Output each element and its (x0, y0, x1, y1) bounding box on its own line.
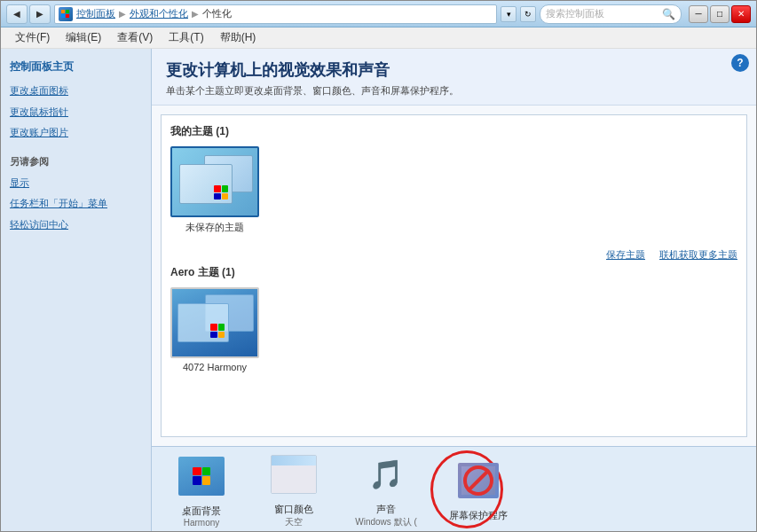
sound-sublabel: Windows 默认 ( (355, 516, 416, 528)
content-title: 更改计算机上的视觉效果和声音 (166, 59, 742, 81)
forward-button[interactable]: ▶ (29, 4, 51, 24)
content-header: 更改计算机上的视觉效果和声音 单击某个主题立即更改桌面背景、窗口颜色、声音和屏幕… (152, 49, 756, 106)
desktop-bg-sublabel: Harmony (184, 518, 220, 528)
back-button[interactable]: ◀ (6, 4, 28, 24)
harmony-window-front (177, 303, 229, 342)
unsaved-theme-bg (172, 148, 257, 215)
search-bar[interactable]: 搜索控制面板 🔍 (540, 4, 682, 24)
refresh-button[interactable]: ↻ (520, 6, 536, 22)
my-themes-label: 我的主题 (1) (170, 124, 737, 139)
menu-help[interactable]: 帮助(H) (213, 28, 264, 47)
window-color-label: 窗口颜色 (274, 503, 313, 516)
address-dropdown[interactable]: ▾ (501, 6, 516, 22)
theme-label-unsaved: 未保存的主题 (185, 221, 244, 234)
aero-themes-label: Aero 主题 (1) (170, 265, 737, 280)
bottom-item-window-color[interactable]: 窗口颜色 天空 (258, 450, 329, 528)
theme-label-harmony: 4072 Harmony (183, 362, 247, 372)
sidebar-link-display[interactable]: 显示 (10, 176, 142, 192)
menu-edit[interactable]: 编辑(E) (59, 28, 108, 47)
separator-2: ▶ (192, 9, 199, 19)
address-bar[interactable]: 控制面板 ▶ 外观和个性化 ▶ 个性化 (54, 4, 497, 24)
address-part-1[interactable]: 控制面板 (76, 7, 115, 20)
svg-rect-3 (66, 14, 69, 18)
content-desc: 单击某个主题立即更改桌面背景、窗口颜色、声音和屏幕保护程序。 (166, 84, 742, 98)
nav-buttons: ◀ ▶ (6, 4, 51, 24)
sidebar: 控制面板主页 更改桌面图标 更改鼠标指针 更改账户图片 另请参阅 显示 任务栏和… (1, 49, 152, 531)
sound-icon-img: 🎵 (368, 458, 404, 491)
screensaver-icon-img (458, 463, 499, 498)
address-icon (59, 7, 73, 21)
sidebar-link-desktop-icon[interactable]: 更改桌面图标 (10, 83, 142, 99)
theme-preview-harmony (170, 287, 259, 358)
bottom-item-screensaver[interactable]: 屏幕保护程序 (443, 456, 514, 522)
screensaver-label: 屏幕保护程序 (449, 509, 508, 522)
windows-logo-unsaved (214, 185, 228, 200)
harmony-theme-bg (172, 289, 257, 356)
save-theme-row: 保存主题 联机获取更多主题 (170, 245, 737, 265)
window-color-icon (269, 450, 319, 499)
address-part-3: 个性化 (202, 7, 232, 20)
menubar: 文件(F) 编辑(E) 查看(V) 工具(T) 帮助(H) (1, 27, 756, 49)
main-content: 控制面板主页 更改桌面图标 更改鼠标指针 更改账户图片 另请参阅 显示 任务栏和… (1, 49, 756, 531)
desktop-icon-img (178, 457, 225, 496)
theme-item-harmony[interactable]: 4072 Harmony (170, 287, 259, 372)
bottom-item-desktop-bg[interactable]: 桌面背景 Harmony (166, 451, 237, 528)
theme-item-unsaved[interactable]: 未保存的主题 (170, 146, 259, 234)
main-window: ◀ ▶ 控制面板 ▶ 外观和个性化 ▶ 个性化 ▾ ↻ 搜索控制面板 🔍 ─ □… (0, 0, 757, 532)
bottom-bar: 桌面背景 Harmony 窗口颜色 天空 (152, 446, 756, 531)
svg-rect-0 (61, 10, 65, 13)
desktop-bg-icon (177, 451, 226, 501)
my-themes-row: 未保存的主题 (170, 146, 737, 234)
svg-rect-2 (61, 14, 65, 18)
sound-label: 声音 (376, 503, 396, 516)
titlebar: ◀ ▶ 控制面板 ▶ 外观和个性化 ▶ 个性化 ▾ ↻ 搜索控制面板 🔍 ─ □… (1, 1, 756, 27)
menu-view[interactable]: 查看(V) (110, 28, 160, 47)
menu-file[interactable]: 文件(F) (8, 28, 57, 47)
content-area: ? 更改计算机上的视觉效果和声音 单击某个主题立即更改桌面背景、窗口颜色、声音和… (152, 49, 756, 531)
separator-1: ▶ (119, 9, 126, 19)
desktop-windows-logo (193, 467, 210, 485)
search-icon[interactable]: 🔍 (662, 8, 675, 20)
bottom-item-sound[interactable]: 🎵 声音 Windows 默认 ( (351, 450, 422, 528)
window-color-sublabel: 天空 (285, 516, 303, 528)
close-button[interactable]: ✕ (731, 5, 751, 23)
themes-area[interactable]: 我的主题 (1) (161, 114, 747, 437)
sidebar-link-taskbar[interactable]: 任务栏和「开始」菜单 (10, 196, 142, 212)
sidebar-title: 控制面板主页 (10, 59, 142, 74)
color-icon-img (271, 455, 317, 494)
save-theme-link[interactable]: 保存主题 (606, 248, 645, 262)
online-themes-link[interactable]: 联机获取更多主题 (659, 248, 737, 262)
windows-logo-harmony (210, 324, 225, 338)
screensaver-icon (453, 456, 503, 505)
sidebar-link-mouse[interactable]: 更改鼠标指针 (10, 105, 142, 121)
sidebar-link-account[interactable]: 更改账户图片 (10, 125, 142, 141)
search-placeholder: 搜索控制面板 (546, 7, 662, 20)
sidebar-link-accessibility[interactable]: 轻松访问中心 (10, 217, 142, 233)
address-part-2[interactable]: 外观和个性化 (130, 7, 188, 20)
help-icon[interactable]: ? (731, 54, 749, 72)
also-see-title: 另请参阅 (10, 155, 142, 168)
theme-preview-unsaved (170, 146, 259, 217)
maximize-button[interactable]: □ (710, 5, 729, 23)
menu-tools[interactable]: 工具(T) (162, 28, 210, 47)
svg-rect-1 (66, 10, 69, 13)
unsaved-window-front (179, 164, 233, 204)
minimize-button[interactable]: ─ (689, 5, 708, 23)
desktop-bg-label: 桌面背景 (182, 505, 221, 518)
sound-icon: 🎵 (361, 450, 411, 499)
aero-themes-row: 4072 Harmony (170, 287, 737, 372)
window-controls: ─ □ ✕ (689, 5, 751, 23)
